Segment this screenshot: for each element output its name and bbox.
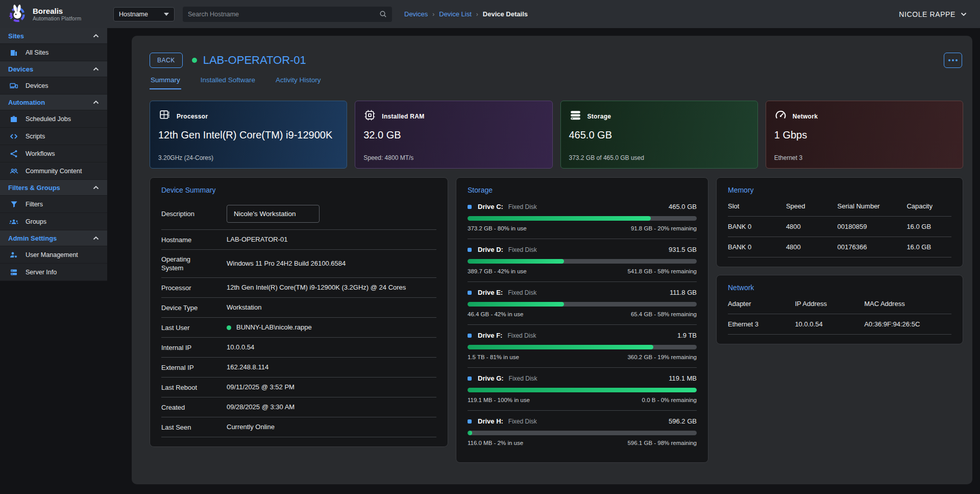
sidebar-item-all-sites[interactable]: All Sites	[0, 44, 107, 61]
people-icon	[9, 167, 18, 175]
top-bar: Borealis Automation Platform Hostname De…	[0, 0, 980, 28]
storage-sub: 373.2 GB of 465.0 GB used	[569, 154, 644, 161]
drive-usage-bar	[468, 216, 697, 221]
sidebar-item-devices[interactable]: Devices	[0, 77, 107, 95]
stat-card-network: Network 1 Gbps Ethernet 3	[766, 101, 963, 169]
storage-panel: Storage Drive C: Fixed Disk 465.0 GB 373…	[456, 177, 708, 463]
tab-summary[interactable]: Summary	[150, 76, 181, 89]
search-field-select-value: Hostname	[119, 11, 148, 18]
summary-row-last-seen: Last Seen Currently Online	[161, 417, 436, 437]
chevron-up-icon	[93, 34, 99, 38]
drive-row-h: Drive H: Fixed Disk 596.2 GB 116.0 MB - …	[468, 411, 697, 453]
summary-row-processor: Processor 12th Gen Intel(R) Core(TM) i9-…	[161, 278, 436, 298]
memory-table: Slot Speed Serial Number Capacity BANK 0…	[728, 199, 951, 257]
back-button[interactable]: BACK	[150, 53, 183, 68]
drive-row-f: Drive F: Fixed Disk 1.9 TB 1.5 TB - 81% …	[468, 325, 697, 368]
sidebar-item-groups[interactable]: Groups	[0, 213, 107, 230]
network-value: 1 Gbps	[774, 129, 954, 141]
search-field-select[interactable]: Hostname	[113, 7, 175, 21]
drive-free-label: 91.8 GB - 20% remaining	[631, 225, 697, 231]
drive-free-label: 65.4 GB - 58% remaining	[631, 311, 697, 317]
processor-value: 12th Gen Intel(R) Core(TM) i9-12900K	[158, 129, 338, 141]
sidebar-item-scripts[interactable]: Scripts	[0, 128, 107, 145]
drive-list: Drive C: Fixed Disk 465.0 GB 373.2 GB - …	[468, 196, 697, 453]
storage-panel-title: Storage	[468, 186, 697, 194]
drive-used-label: 46.4 GB - 42% in use	[468, 311, 523, 317]
sidebar-item-workflows[interactable]: Workflows	[0, 145, 107, 162]
description-input[interactable]	[227, 205, 320, 223]
stat-cards-row: Processor 12th Gen Intel(R) Core(TM) i9-…	[150, 101, 963, 169]
drive-free-label: 360.2 GB - 19% remaining	[627, 354, 697, 360]
drive-used-label: 389.7 GB - 42% in use	[468, 268, 527, 274]
drive-bullet-icon	[468, 291, 472, 295]
groups-icon	[9, 218, 18, 226]
drive-row-d: Drive D: Fixed Disk 931.5 GB 389.7 GB - …	[468, 239, 697, 282]
drive-usage-bar	[468, 431, 697, 435]
summary-row-description: Description	[161, 198, 436, 230]
more-options-button[interactable]	[944, 53, 962, 68]
brand-subtitle: Automation Platform	[33, 15, 81, 21]
sidebar-section-devices[interactable]: Devices	[0, 61, 107, 77]
chevron-up-icon	[93, 185, 99, 190]
summary-row-device-type: Device Type Workstation	[161, 298, 436, 318]
sidebar-item-community-content[interactable]: Community Content	[0, 162, 107, 180]
summary-row-operating-system: Operating System Windows 11 Pro 24H2 Bui…	[161, 250, 436, 278]
drive-free-label: 596.1 GB - 98% remaining	[627, 440, 697, 446]
search-box[interactable]	[183, 7, 392, 22]
search-icon	[379, 10, 387, 18]
sidebar-item-server-info[interactable]: Server Info	[0, 264, 107, 281]
panels-row: Device Summary Description Hostname LAB-…	[150, 177, 963, 463]
device-summary-panel: Device Summary Description Hostname LAB-…	[150, 177, 448, 447]
storage-value: 465.0 GB	[569, 129, 749, 141]
drive-usage-bar	[468, 388, 697, 392]
sidebar-item-filters[interactable]: Filters	[0, 196, 107, 213]
online-status-dot	[192, 58, 197, 63]
sidebar-item-scheduled-jobs[interactable]: Scheduled Jobs	[0, 110, 107, 128]
drive-free-label: 0.0 B - 0% remaining	[642, 397, 697, 403]
drive-bullet-icon	[468, 377, 472, 381]
drive-row-e: Drive E: Fixed Disk 111.8 GB 46.4 GB - 4…	[468, 282, 697, 325]
chevron-up-icon	[93, 67, 99, 71]
caret-down-icon	[164, 13, 169, 16]
breadcrumb-device-details: Device Details	[483, 10, 528, 18]
drive-used-label: 119.1 MB - 100% in use	[468, 397, 530, 403]
device-name-title: LAB-OPERATOR-01	[203, 54, 306, 67]
workflow-icon	[9, 150, 18, 158]
device-details-card: BACK LAB-OPERATOR-01 Summary Installed S…	[132, 36, 972, 484]
disks-icon	[569, 109, 582, 124]
brand-name: Borealis	[33, 7, 81, 15]
summary-row-external-ip: External IP 162.248.8.114	[161, 358, 436, 378]
sidebar-section-automation[interactable]: Automation	[0, 95, 107, 110]
device-header: BACK LAB-OPERATOR-01	[150, 53, 963, 68]
drive-usage-bar	[468, 259, 697, 264]
drive-bullet-icon	[468, 248, 472, 252]
device-tabs: Summary Installed Software Activity Hist…	[150, 76, 963, 89]
sidebar-section-sites[interactable]: Sites	[0, 28, 107, 44]
search-input[interactable]	[188, 11, 379, 18]
sidebar-section-filters-groups[interactable]: Filters & Groups	[0, 180, 107, 196]
ram-sub: Speed: 4800 MT/s	[363, 154, 413, 161]
briefcase-icon	[9, 115, 18, 123]
code-icon	[9, 132, 18, 140]
network-sub: Ethernet 3	[774, 154, 802, 161]
tab-activity-history[interactable]: Activity History	[275, 76, 322, 89]
devices-icon	[9, 82, 18, 90]
stat-card-ram: Installed RAM 32.0 GB Speed: 4800 MT/s	[355, 101, 552, 169]
ram-icon	[363, 109, 376, 124]
drive-bullet-icon	[468, 334, 472, 338]
drive-usage-bar	[468, 302, 697, 307]
memory-panel: Memory Slot Speed Serial Number Capacity…	[716, 177, 963, 267]
sidebar-item-user-management[interactable]: User Management	[0, 246, 107, 264]
drive-used-label: 373.2 GB - 80% in use	[468, 225, 527, 231]
user-menu[interactable]: NICOLE RAPPE	[899, 10, 967, 18]
drive-row-c: Drive C: Fixed Disk 465.0 GB 373.2 GB - …	[468, 196, 697, 239]
sidebar-section-admin-settings[interactable]: Admin Settings	[0, 230, 107, 246]
tab-installed-software[interactable]: Installed Software	[200, 76, 256, 89]
breadcrumb-device-list[interactable]: Device List	[439, 10, 472, 18]
breadcrumb: Devices › Device List › Device Details	[404, 10, 528, 18]
summary-row-last-reboot: Last Reboot 09/11/2025 @ 3:52 PM	[161, 378, 436, 397]
breadcrumb-devices[interactable]: Devices	[404, 10, 428, 18]
ram-value: 32.0 GB	[363, 129, 544, 141]
device-summary-table: Description Hostname LAB-OPERATOR-01 Ope…	[161, 198, 436, 437]
chevron-down-icon	[961, 12, 967, 16]
